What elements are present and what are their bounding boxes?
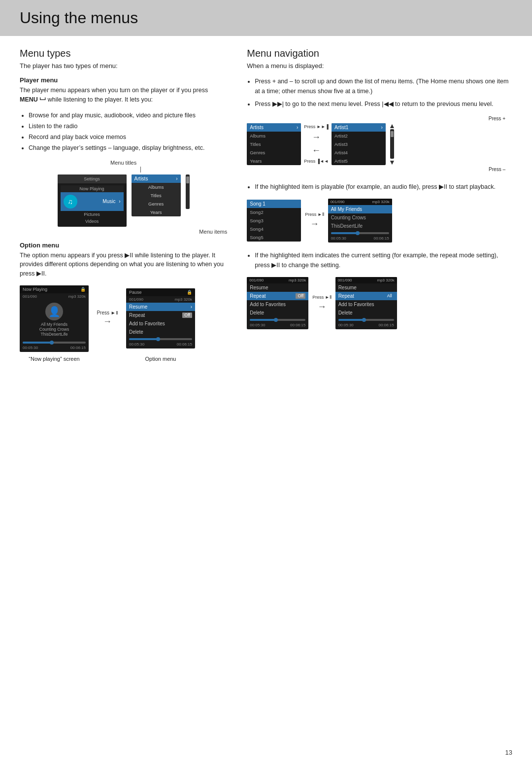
artist2-item: Artist2 [332,132,386,140]
time-total: 00:06:15 [70,346,86,350]
list-item: Listen to the radio [29,121,227,131]
song-list: Song 1 Song2 Song3 Song4 Song5 [247,200,301,242]
page-number: 13 [505,749,512,756]
menu-types-title: Menu types [20,48,227,59]
years-item: Years [132,208,181,216]
album-art-area: 👤 All My Friends Counting Crows ThisDese… [20,300,89,340]
artist-list: Artist1 › Artist2 Artist3 Artist4 Artist… [332,123,386,165]
right-arrow-icon: → [103,316,112,327]
rs2-resume: Resume [335,283,397,292]
page-title: Using the menus [20,9,512,27]
nav-diagram-inner: Artists › Albums Titles Genres Years Pre… [247,122,512,166]
menu-types-subtitle: The player has two types of menu: [20,62,227,70]
bitrate: mp3 320k [68,294,86,299]
progress-dot [50,341,54,345]
option-menu-screen: Pause 🔒 001/090 mp3 320k Resume › Repeat… [126,288,195,348]
pb-song2: Counting Crows [328,213,392,222]
rs2-progress-dot [362,318,366,322]
rs2-info1: 001/090 [338,278,352,282]
repeat-screen-1: 001/090 mp3 320k Resume Repeat Off Add t… [247,277,308,329]
pb-progress [331,232,389,234]
scrollbar-thumb [186,176,189,183]
press-arrow-option: Press ►Ⅱ → [93,310,122,327]
rs1-progress-dot [274,318,278,322]
option-screens: Now Playing 🔒 001/090 mp3 320k 👤 All My … [20,285,227,352]
albums-item2: Albums [247,132,301,140]
rs2-time-right: 00:06:15 [379,323,394,327]
time-display: 00:05:30 00:06:15 [20,346,89,352]
opt-time-right: 00:06:15 [177,342,192,347]
player-menu-description: The player menu appears when you turn on… [20,86,227,104]
nav-bullet-1: Press + and – to scroll up and down the … [255,76,512,96]
right-arrow-nav: → [312,132,321,142]
setting-bullets: If the highlighted item indicates the cu… [247,250,512,270]
nav-diagrams-wrapper: Press + Artists › Albums Titles Genres Y… [247,116,512,172]
song-screens: Song 1 Song2 Song3 Song4 Song5 Press ►Ⅱ … [247,199,512,243]
genres-item2: Genres [247,148,301,157]
press-plus-label: Press + [247,116,505,121]
artist-name: Counting Crows [39,327,69,332]
pictures-item: Pictures [61,211,124,218]
videos-item: Videos [61,218,124,225]
artists-text: Artists [250,125,264,130]
resume-label: Resume [129,304,147,310]
nav-bullets: Press + and – to scroll up and down the … [247,76,512,109]
lock-icon: 🔒 [80,287,86,292]
menu-nav-subtitle: When a menu is displayed: [247,62,512,70]
list-item: Change the player’s settings – language,… [29,143,227,153]
rs1-topbar: 001/090 mp3 320k [247,277,308,283]
rs1-delete: Delete [247,309,308,317]
rs2-info2: mp3 320k [377,278,395,282]
rs1-repeat: Repeat Off [247,292,308,300]
artist1-text: Artist1 [334,125,348,130]
song4-item: Song4 [247,225,301,233]
scroll-indicator: ▲ ▼ [389,122,396,166]
playback-bullet: If the highlighted item is playable (for… [255,182,512,192]
play-arrow-icon: → [310,219,319,229]
press-next-label: Press ►►▐ [304,124,329,129]
page-header: Using the menus [0,0,532,36]
album-art: 👤 [45,303,63,320]
rs1-times: 00:05:30 00:06:15 [247,323,308,329]
rs1-time-right: 00:06:15 [290,323,305,327]
pb-progress-dot [356,231,360,235]
vert-scrollbar [390,129,394,159]
rs2-favorites: Add to Favorites [335,300,397,309]
option-menu-caption: Option menu [126,355,195,362]
press-label: Press ►Ⅱ [97,310,118,315]
repeat-label: Repeat [129,313,145,318]
option-menu-caption-text: Option menu [145,356,176,362]
pb-times: 00:05:30 00:06:15 [328,236,392,243]
rs2-repeat: Repeat All [335,292,397,300]
rs2-topbar: 001/090 mp3 320k [335,277,397,283]
song-diagram: Song 1 Song2 Song3 Song4 Song5 Press ►Ⅱ … [247,199,512,243]
albums-item: Albums [132,183,181,191]
press-minus-label: Press – [247,167,505,172]
right-column: Menu navigation When a menu is displayed… [242,48,512,369]
music-icon: ♫ [64,195,77,209]
arrow-icon: › [176,176,177,181]
menu-nav-title: Menu navigation [247,48,512,59]
track-info: All My Friends Counting Crows ThisDesert… [39,322,69,337]
repeat-screen-2: 001/090 mp3 320k Resume Repeat All Add t… [335,277,397,329]
pb-track-num: 001/090 [331,200,345,204]
rs2-progress [338,319,394,321]
list-item: Record and play back voice memos [29,132,227,142]
progress-bar [23,342,86,344]
pause-label: Pause [129,290,142,295]
repeat-screens: 001/090 mp3 320k Resume Repeat Off Add t… [247,277,512,329]
rs2-time-left: 00:05:30 [338,323,354,327]
rs1-info2: mp3 320k [289,278,306,282]
menu-screens: Settings Now Playing ♫ Music › Pictures … [20,174,227,227]
resume-arrow: › [191,304,192,310]
option-track-num: 001/090 [129,297,143,302]
pb-time-right: 00:06:15 [374,236,389,241]
years-item2: Years [247,157,301,165]
titles-item: Titles [132,191,181,200]
artist1-item: Artist1 › [332,123,386,132]
friend-track: All My Friends [39,322,69,327]
ps-header: Settings [58,174,127,183]
song3-item: Song3 [247,216,301,225]
rs1-resume: Resume [247,283,308,292]
repeat-off-badge: Off [182,313,192,318]
